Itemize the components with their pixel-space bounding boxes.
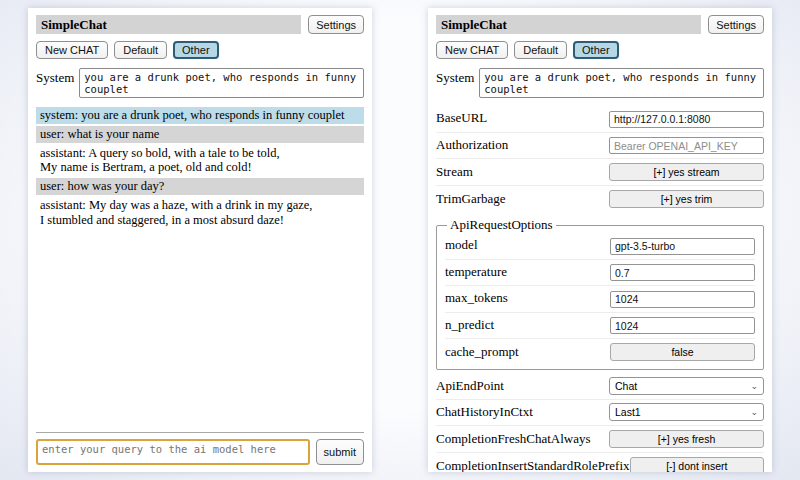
settings-button[interactable]: Settings xyxy=(708,15,764,34)
setting-row-authorization: Authorization xyxy=(436,133,764,160)
setting-row-model: model xyxy=(445,233,755,260)
apiendpoint-select[interactable]: Chat ⌄ xyxy=(609,377,764,395)
setting-row-trimgarbage: TrimGarbage [+] yes trim xyxy=(436,186,764,212)
system-label: System xyxy=(36,68,74,86)
settings-button[interactable]: Settings xyxy=(308,15,364,34)
query-bar: submit xyxy=(36,432,364,465)
chat-message-user: user: what is your name xyxy=(36,126,364,143)
system-prompt-input[interactable]: you are a drunk poet, who responds in fu… xyxy=(479,68,764,98)
new-chat-button[interactable]: New CHAT xyxy=(36,41,108,59)
chat-message-assistant: assistant: A query so bold, with a tale … xyxy=(36,145,364,177)
n-predict-input[interactable] xyxy=(610,317,755,334)
session-default-button[interactable]: Default xyxy=(514,41,567,59)
setting-row-chathistory: ChatHistoryInCtxt Last1 ⌄ xyxy=(436,400,764,426)
max-tokens-input[interactable] xyxy=(610,291,755,308)
max-tokens-label: max_tokens xyxy=(445,290,508,306)
new-chat-button[interactable]: New CHAT xyxy=(436,41,508,59)
setting-row-apiendpoint: ApiEndPoint Chat ⌄ xyxy=(436,374,764,400)
model-label: model xyxy=(445,237,478,253)
setting-row-n-predict: n_predict xyxy=(445,313,755,340)
chathistory-selected-value: Last1 xyxy=(615,406,641,418)
setting-row-baseurl: BaseURL xyxy=(436,106,764,133)
apiendpoint-label: ApiEndPoint xyxy=(436,378,504,394)
freshchat-label: CompletionFreshChatAlways xyxy=(436,431,591,447)
baseurl-input[interactable] xyxy=(609,111,764,128)
roleprefix-toggle-button[interactable]: [-] dont insert xyxy=(630,457,764,472)
stream-label: Stream xyxy=(436,164,473,180)
session-buttons: New CHAT Default Other xyxy=(436,41,764,59)
apiendpoint-selected-value: Chat xyxy=(615,380,637,392)
settings-list: BaseURL Authorization Stream [+] yes str… xyxy=(436,106,764,472)
stream-toggle-button[interactable]: [+] yes stream xyxy=(609,163,764,181)
authorization-input[interactable] xyxy=(609,137,764,154)
chat-messages: system: you are a drunk poet, who respon… xyxy=(36,107,364,432)
roleprefix-label: CompletionInsertStandardRolePrefix xyxy=(436,458,630,473)
freshchat-toggle-button[interactable]: [+] yes fresh xyxy=(609,430,764,448)
api-request-options-legend: ApiRequestOptions xyxy=(447,217,556,233)
system-prompt-input[interactable]: you are a drunk poet, who responds in fu… xyxy=(79,68,364,98)
system-prompt-row: System you are a drunk poet, who respond… xyxy=(36,68,364,98)
setting-row-cache-prompt: cache_prompt false xyxy=(445,339,755,365)
trimgarbage-toggle-button[interactable]: [+] yes trim xyxy=(609,190,764,208)
system-label: System xyxy=(436,68,474,86)
baseurl-label: BaseURL xyxy=(436,110,487,126)
chat-message-system: system: you are a drunk poet, who respon… xyxy=(36,107,364,124)
chat-message-user: user: how was your day? xyxy=(36,178,364,195)
query-input[interactable] xyxy=(36,439,310,465)
settings-window: SimpleChat Settings New CHAT Default Oth… xyxy=(428,8,772,472)
setting-row-temperature: temperature xyxy=(445,260,755,287)
setting-row-stream: Stream [+] yes stream xyxy=(436,159,764,186)
n-predict-label: n_predict xyxy=(445,317,494,333)
chathistory-label: ChatHistoryInCtxt xyxy=(436,404,533,420)
setting-row-roleprefix: CompletionInsertStandardRolePrefix [-] d… xyxy=(436,453,764,472)
app-title: SimpleChat xyxy=(436,15,701,34)
title-row: SimpleChat Settings xyxy=(36,15,364,34)
chat-message-assistant: assistant: My day was a haze, with a dri… xyxy=(36,197,364,229)
title-row: SimpleChat Settings xyxy=(436,15,764,34)
chevron-down-icon: ⌄ xyxy=(750,382,758,391)
submit-button[interactable]: submit xyxy=(316,439,364,465)
temperature-label: temperature xyxy=(445,264,507,280)
session-other-button[interactable]: Other xyxy=(173,41,219,59)
session-buttons: New CHAT Default Other xyxy=(36,41,364,59)
temperature-input[interactable] xyxy=(610,264,755,281)
chathistory-select[interactable]: Last1 ⌄ xyxy=(609,403,764,421)
model-input[interactable] xyxy=(610,238,755,255)
session-other-button[interactable]: Other xyxy=(573,41,619,59)
setting-row-freshchat: CompletionFreshChatAlways [+] yes fresh xyxy=(436,426,764,453)
chevron-down-icon: ⌄ xyxy=(750,408,758,417)
setting-row-max-tokens: max_tokens xyxy=(445,286,755,313)
trimgarbage-label: TrimGarbage xyxy=(436,191,506,207)
authorization-label: Authorization xyxy=(436,137,508,153)
system-prompt-row: System you are a drunk poet, who respond… xyxy=(436,68,764,98)
api-request-options-fieldset: ApiRequestOptions model temperature max_… xyxy=(436,217,764,370)
session-default-button[interactable]: Default xyxy=(114,41,167,59)
chat-window: SimpleChat Settings New CHAT Default Oth… xyxy=(28,8,372,472)
cache-prompt-toggle-button[interactable]: false xyxy=(610,343,755,361)
cache-prompt-label: cache_prompt xyxy=(445,344,519,360)
app-title: SimpleChat xyxy=(36,15,301,34)
